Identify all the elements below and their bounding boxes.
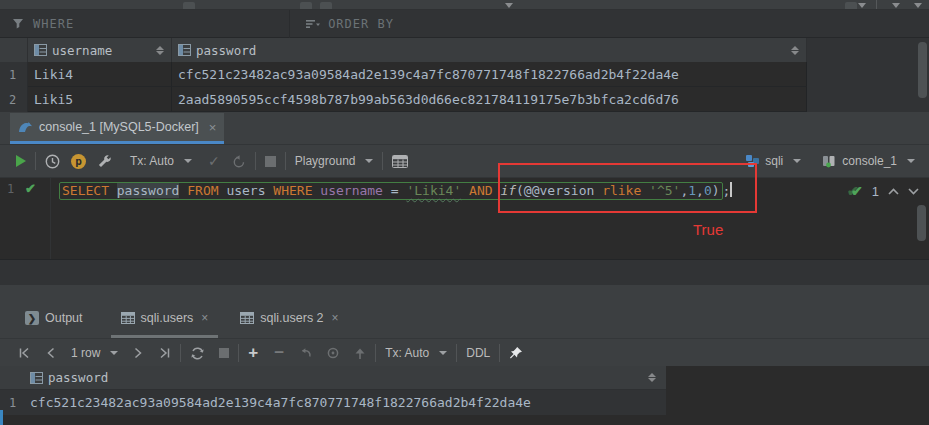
row-number: 2 — [0, 87, 28, 112]
rollback-icon[interactable] — [232, 154, 246, 168]
row-filler — [807, 62, 929, 87]
pin-icon[interactable] — [509, 346, 523, 360]
editor-tab-bar: console_1 [MySQL5-Docker] × — [0, 113, 929, 145]
services-panel: ❯ Output sqli.users × sqli.users 2 × — [0, 285, 929, 425]
editor-bottom-strip — [0, 259, 929, 285]
header-filler — [807, 38, 929, 62]
services-tab-bar: ❯ Output sqli.users × sqli.users 2 × — [0, 285, 929, 338]
cell-username[interactable]: Liki4 — [28, 62, 172, 87]
tab-label: Output — [45, 311, 83, 325]
column-header-label: password — [196, 43, 256, 58]
prev-statement-icon[interactable] — [888, 188, 899, 195]
sort-icon[interactable] — [648, 373, 656, 382]
column-icon — [30, 372, 43, 384]
console-toolbar: p Tx: Auto ✓ Playground sqli — [0, 145, 929, 178]
row-number: 1 — [0, 62, 28, 87]
results-grid: username password 1 Liki4 cfc521c23482ac… — [0, 38, 929, 112]
playground-dropdown[interactable]: Playground — [295, 154, 374, 168]
prev-page-icon[interactable] — [46, 347, 55, 359]
table-row[interactable]: 2 Liki5 2aad5890595ccf4598b787b99ab563d0… — [0, 87, 929, 112]
sql-statement[interactable]: SELECT password FROM users WHERE usernam… — [59, 181, 732, 200]
submit-up-icon[interactable] — [354, 347, 366, 360]
tool-window-stripe — [0, 410, 3, 425]
tab-title: console_1 [MySQL5-Docker] — [39, 120, 199, 134]
tab-label: sqli.users — [141, 311, 194, 325]
revert-icon[interactable] — [298, 347, 312, 360]
delete-row-icon[interactable]: − — [274, 343, 284, 363]
next-statement-icon[interactable] — [908, 188, 919, 195]
schema-switcher[interactable]: sqli — [745, 154, 801, 168]
tx-mode-dropdown-bottom[interactable]: Tx: Auto — [385, 346, 447, 360]
page-size-dropdown[interactable]: 1 row — [71, 346, 118, 360]
chevron-down-icon[interactable] — [892, 3, 900, 8]
toolbar-icon-partial[interactable] — [300, 2, 312, 10]
commit-check-icon[interactable]: ✓ — [208, 153, 220, 169]
run-button[interactable] — [16, 155, 26, 167]
stop-query-icon[interactable] — [219, 348, 229, 358]
chevron-down-icon — [184, 159, 192, 163]
close-icon[interactable]: × — [332, 311, 339, 325]
row-number-gutter — [0, 38, 28, 62]
schema-icon — [745, 154, 760, 168]
column-icon — [178, 44, 191, 56]
table-row[interactable]: 1 Liki4 cfc521c23482ac93a09584ad2e139c4a… — [0, 62, 929, 87]
column-header-password[interactable]: password — [0, 366, 666, 390]
stop-button[interactable] — [265, 156, 276, 167]
chevron-down-icon[interactable] — [914, 3, 922, 8]
tab-sqli-users[interactable]: sqli.users × — [111, 303, 219, 338]
where-filter-input[interactable]: WHERE — [33, 17, 74, 31]
order-by-icon[interactable] — [306, 18, 320, 30]
bottom-results-grid: password 1 cfc521c23482ac93a09584ad2e139… — [0, 366, 666, 415]
next-page-icon[interactable] — [134, 347, 143, 359]
vertical-scrollbar[interactable] — [918, 42, 927, 98]
ddl-button[interactable]: DDL — [466, 346, 490, 360]
sql-editor[interactable]: 1 ✔ SELECT password FROM users WHERE use… — [0, 178, 929, 259]
tab-sqli-users-2[interactable]: sqli.users 2 × — [230, 303, 348, 338]
last-page-icon[interactable] — [159, 347, 171, 359]
cell-password[interactable]: cfc521c23482ac93a09584ad2e139c4a7fc87077… — [172, 62, 807, 87]
success-check-icon: ✔ — [851, 183, 863, 199]
chevron-down-icon[interactable] — [505, 3, 513, 8]
add-row-icon[interactable]: + — [248, 343, 258, 363]
sort-icon[interactable] — [791, 46, 799, 55]
line-number: 1 — [7, 182, 14, 196]
chevron-down-icon — [793, 159, 801, 163]
cell-password[interactable]: 2aad5890595ccf4598b787b99ab563d0d66ec821… — [172, 87, 807, 112]
tx-mode-dropdown[interactable]: Tx: Auto — [130, 154, 192, 168]
chevron-down-icon[interactable] — [858, 3, 866, 8]
toolbar-icon-partial[interactable] — [320, 2, 332, 10]
main-toolbar — [0, 0, 929, 10]
injection-result-annotation: True — [693, 221, 723, 238]
column-header-password[interactable]: password — [172, 38, 807, 62]
table-icon — [240, 312, 254, 324]
filter-divider — [289, 10, 290, 38]
first-page-icon[interactable] — [18, 347, 30, 359]
refresh-icon[interactable] — [190, 346, 205, 361]
execution-count: 1 — [872, 184, 879, 199]
cell-password[interactable]: cfc521c23482ac93a09584ad2e139c4a7fc87077… — [30, 395, 531, 410]
close-icon[interactable]: × — [209, 120, 217, 135]
column-header-username[interactable]: username — [28, 38, 172, 62]
gutter-divider — [50, 178, 51, 259]
toolbar-icon-partial[interactable] — [183, 2, 195, 10]
tab-console-1[interactable]: console_1 [MySQL5-Docker] × — [10, 113, 224, 144]
session-switcher[interactable]: console_1 — [821, 154, 915, 168]
parameters-icon[interactable]: p — [71, 154, 86, 169]
table-row[interactable]: 1 cfc521c23482ac93a09584ad2e139c4a7fc870… — [0, 390, 666, 415]
cell-username[interactable]: Liki5 — [28, 87, 172, 112]
results-in-editor-icon[interactable] — [392, 155, 408, 168]
text-cursor — [730, 182, 732, 197]
reload-icon[interactable] — [326, 346, 340, 360]
tab-output[interactable]: ❯ Output — [15, 303, 93, 338]
order-by-input[interactable]: ORDER BY — [328, 17, 394, 31]
bottom-grid-area: password 1 cfc521c23482ac93a09584ad2e139… — [0, 366, 929, 425]
table-icon — [121, 312, 135, 324]
filter-funnel-icon[interactable] — [12, 18, 24, 30]
mysql-dolphin-icon — [18, 121, 33, 134]
close-icon[interactable]: × — [201, 311, 208, 325]
settings-wrench-icon[interactable] — [97, 154, 112, 169]
sort-icon[interactable] — [156, 46, 164, 55]
history-icon[interactable] — [45, 154, 60, 169]
editor-scrollbar[interactable] — [917, 205, 926, 241]
toolbar-icon-partial[interactable] — [845, 2, 857, 10]
